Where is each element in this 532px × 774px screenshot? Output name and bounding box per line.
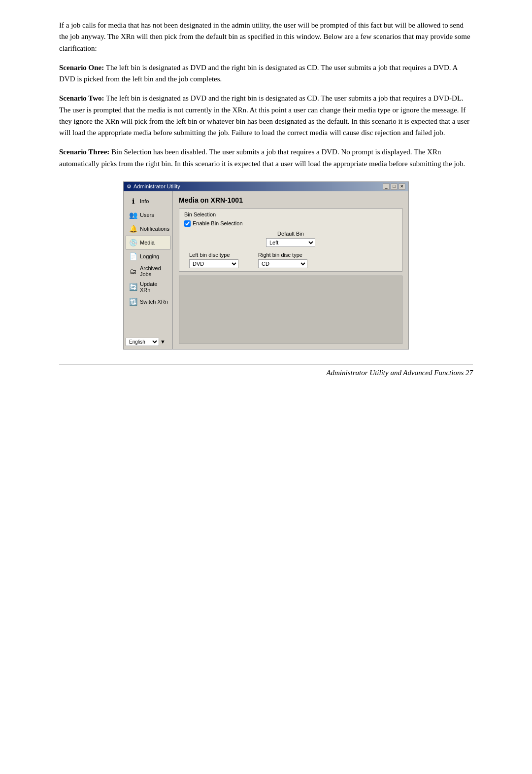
sidebar-item-update-xrn[interactable]: 🔄Update XRn	[126, 279, 170, 295]
sidebar-item-archived-jobs[interactable]: 🗂Archived Jobs	[126, 263, 170, 279]
switch-xrn-icon: 🔃	[128, 297, 138, 307]
sidebar-label-switch-xrn: Switch XRn	[140, 299, 168, 305]
scenario-one: Scenario One: The left bin is designated…	[59, 62, 473, 85]
sidebar-label-users: Users	[140, 212, 154, 218]
archived-jobs-icon: 🗂	[128, 266, 138, 276]
page-footer: Administrator Utility and Advanced Funct…	[59, 364, 473, 377]
media-icon: 💿	[128, 238, 138, 247]
users-icon: 👥	[128, 210, 138, 220]
bin-selection-legend: Bin Selection	[184, 211, 397, 217]
enable-bin-row: Enable Bin Selection	[184, 220, 397, 227]
scenario-one-label: Scenario One:	[59, 64, 104, 71]
close-button[interactable]: ✕	[399, 183, 405, 190]
bottom-empty-area	[179, 276, 402, 344]
enable-bin-label: Enable Bin Selection	[193, 220, 243, 226]
window-icon: ⚙	[127, 183, 132, 190]
logging-icon: 📄	[128, 251, 138, 261]
title-bar-left: ⚙ Administrator Utility	[127, 183, 180, 190]
sidebar-item-info[interactable]: ℹInfo	[126, 194, 170, 208]
scenario-three-text: Bin Selection has been disabled. The use…	[59, 148, 465, 167]
scenario-one-text: The left bin is designated as DVD and th…	[59, 64, 458, 83]
notifications-icon: 🔔	[128, 224, 138, 234]
bin-selection-group: Bin Selection Enable Bin Selection Defau…	[179, 208, 402, 272]
scenario-two-label: Scenario Two:	[59, 94, 104, 102]
window-body: ℹInfo👥Users🔔Notifications💿Media📄Logging🗂…	[124, 191, 408, 349]
sidebar-item-logging[interactable]: 📄Logging	[126, 249, 170, 263]
right-bin-col: Right bin disc type CD DVD DVD-DL	[258, 252, 307, 268]
sidebar-item-notifications[interactable]: 🔔Notifications	[126, 222, 170, 236]
sidebar-label-media: Media	[140, 240, 155, 246]
bin-types-row: Left bin disc type DVD CD DVD-DL Right b…	[184, 252, 397, 268]
sidebar-item-media[interactable]: 💿Media	[126, 236, 170, 249]
sidebar-item-users[interactable]: 👥Users	[126, 208, 170, 222]
intro-paragraph: If a job calls for media that has not be…	[59, 20, 473, 54]
info-icon: ℹ	[128, 196, 138, 206]
update-xrn-icon: 🔄	[128, 282, 138, 292]
sidebar-label-notifications: Notifications	[140, 226, 169, 232]
scenario-three-label: Scenario Three:	[59, 148, 109, 156]
left-bin-select[interactable]: DVD CD DVD-DL	[189, 259, 238, 268]
restore-button[interactable]: □	[391, 183, 398, 190]
lang-dropdown-arrow: ▼	[160, 339, 166, 345]
footer-page-number: 27	[466, 369, 473, 377]
main-content-panel: Media on XRN-1001 Bin Selection Enable B…	[173, 191, 408, 349]
default-bin-label: Default Bin	[277, 231, 304, 237]
right-bin-select[interactable]: CD DVD DVD-DL	[258, 259, 307, 268]
admin-window: ⚙ Administrator Utility _ □ ✕ ℹInfo👥User…	[123, 181, 409, 350]
default-bin-section: Default Bin Left Right	[184, 231, 397, 247]
panel-title: Media on XRN-1001	[179, 196, 402, 204]
minimize-button[interactable]: _	[383, 183, 390, 190]
enable-bin-checkbox[interactable]	[184, 220, 191, 227]
title-bar: ⚙ Administrator Utility _ □ ✕	[124, 182, 408, 191]
language-select[interactable]: English Spanish French German	[126, 338, 159, 346]
window-title: Administrator Utility	[133, 183, 180, 189]
left-bin-col: Left bin disc type DVD CD DVD-DL	[189, 252, 238, 268]
sidebar-item-switch-xrn[interactable]: 🔃Switch XRn	[126, 295, 170, 309]
scenario-two: Scenario Two: The left bin is designated…	[59, 93, 473, 139]
sidebar-label-info: Info	[140, 198, 149, 204]
title-bar-controls: _ □ ✕	[383, 183, 405, 190]
scenario-three: Scenario Three: Bin Selection has been d…	[59, 146, 473, 170]
right-bin-label: Right bin disc type	[258, 252, 307, 258]
default-bin-select[interactable]: Left Right	[266, 238, 315, 247]
scenario-two-text: The left bin is designated as DVD and th…	[59, 94, 469, 137]
footer-text: Administrator Utility and Advanced Funct…	[326, 369, 464, 377]
sidebar: ℹInfo👥Users🔔Notifications💿Media📄Logging🗂…	[124, 191, 173, 349]
sidebar-label-update-xrn: Update XRn	[140, 281, 168, 293]
sidebar-label-logging: Logging	[140, 253, 159, 259]
left-bin-label: Left bin disc type	[189, 252, 238, 258]
sidebar-label-archived-jobs: Archived Jobs	[140, 265, 168, 277]
language-selector[interactable]: English Spanish French German ▼	[126, 338, 170, 346]
